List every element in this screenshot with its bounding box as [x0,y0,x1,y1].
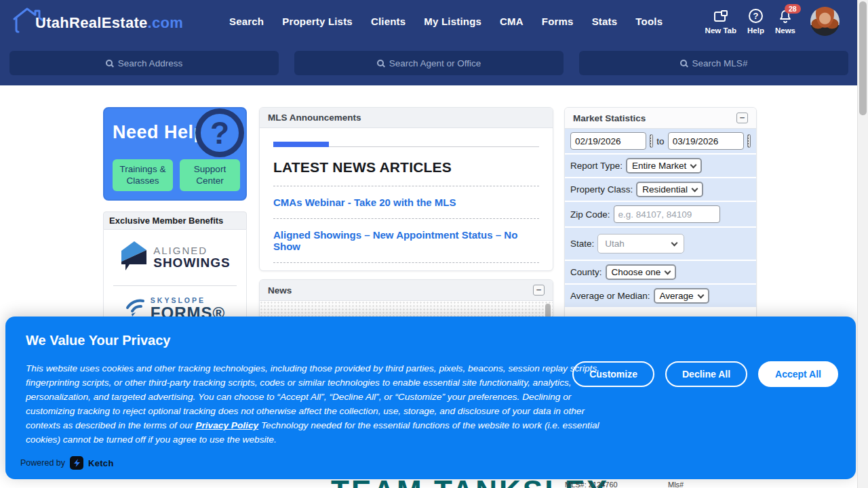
calendar-icon[interactable] [650,134,653,148]
mls-announcements-header: MLS Announcements [260,108,553,128]
nav-tools[interactable]: Tools [635,16,663,27]
divider [273,218,539,219]
cookie-consent-banner: We Value Your Privacy This website uses … [5,317,856,479]
report-type-select[interactable]: Entire Market [626,158,702,174]
nav-clients[interactable]: Clients [371,16,406,27]
nav-cma[interactable]: CMA [500,16,524,27]
divider [273,262,539,263]
market-statistics-header: Market Statistics − [565,108,756,129]
news-panel-header: News − [260,280,553,301]
chevron-down-icon [665,268,671,274]
privacy-banner-body: This website uses cookies and other trac… [26,361,601,447]
collapse-icon[interactable]: − [736,113,748,123]
nav-my-listings[interactable]: My Listings [424,16,481,27]
top-navigation-bar: UtahRealEstate.com Search Property Lists… [0,0,868,42]
help-button[interactable]: ? Help [747,8,764,35]
accept-all-button[interactable]: Accept All [758,361,838,387]
help-icon: ? [749,8,763,24]
header-actions: New Tab ? Help 28 News [705,7,840,36]
mls-announcements-panel: MLS Announcements LATEST NEWS ARTICLES C… [259,107,553,271]
nav-forms[interactable]: Forms [542,16,574,27]
county-select[interactable]: Choose one [606,264,677,280]
logo-text: UtahRealEstate.com [35,14,183,32]
mls-number-text: MLS#: 2124760 [565,481,618,488]
latest-news-heading: LATEST NEWS ARTICLES [273,159,539,176]
date-range-row: to [565,129,756,155]
benefits-header: Exclusive Member Benefits [103,211,247,230]
privacy-banner-title: We Value Your Privacy [26,333,170,348]
county-row: County: Choose one [565,261,756,285]
zip-code-row: Zip Code: [565,202,756,228]
carousel-progress [273,142,539,147]
search-icon [106,60,113,66]
powered-by-ketch[interactable]: Powered by Ketch [20,456,114,470]
property-class-select[interactable]: Residential [636,182,703,197]
nav-stats[interactable]: Stats [592,16,618,27]
question-mark-icon: ? [195,108,244,157]
trainings-classes-button[interactable]: Trainings & Classes [113,159,173,191]
privacy-policy-link[interactable]: Privacy Policy [195,420,258,430]
aligned-showings-logo[interactable]: ALIGNED SHOWINGS [104,230,246,285]
calendar-icon[interactable] [747,134,751,148]
announcement-link-aligned-showings[interactable]: Aligned Showings – New Appointment Statu… [273,229,539,252]
aligned-showings-icon [119,241,148,274]
user-avatar[interactable] [810,7,840,36]
average-median-select[interactable]: Average [654,288,709,304]
site-logo[interactable]: UtahRealEstate.com [11,4,167,38]
state-row: State: Utah [565,228,756,261]
zip-code-input[interactable] [614,205,720,223]
nav-property-lists[interactable]: Property Lists [282,16,353,27]
chevron-down-icon [692,185,698,192]
search-icon [377,60,384,66]
ketch-icon [70,456,83,470]
chevron-down-icon [697,291,704,298]
carousel-progress-bar [273,142,329,147]
date-from-input[interactable] [570,132,646,150]
quick-search-row: Search Address Search Agent or Office Se… [0,42,868,85]
date-to-input[interactable] [668,132,744,150]
page-scrollbar[interactable] [857,0,868,488]
chevron-down-icon [671,239,678,246]
search-address-input[interactable]: Search Address [9,51,279,75]
announcement-link-cmas-webinar[interactable]: CMAs Webinar - Take 20 with the MLS [273,197,539,208]
customize-button[interactable]: Customize [572,361,654,387]
news-badge: 28 [785,4,801,14]
news-button[interactable]: 28 News [775,8,795,35]
state-select[interactable]: Utah [597,234,684,253]
nav-search[interactable]: Search [229,16,264,27]
utah-real-estate-dashboard: UtahRealEstate.com Search Property Lists… [0,0,868,488]
need-help-widget: Need Help ? Trainings & Classes Support … [103,107,247,201]
new-tab-button[interactable]: New Tab [705,8,736,35]
property-class-row: Property Class: Residential [565,178,756,202]
scrollbar-thumb[interactable] [859,1,867,115]
divider [273,186,539,186]
bell-icon: 28 [778,8,792,24]
support-center-button[interactable]: Support Center [180,159,240,191]
average-median-row: Average or Median: Average [565,285,756,308]
decline-all-button[interactable]: Decline All [665,361,747,387]
chevron-down-icon [690,161,697,168]
main-nav: Search Property Lists Clients My Listing… [229,16,663,27]
collapse-icon[interactable]: − [533,285,545,296]
search-icon [680,60,687,66]
cookie-banner-buttons: Customize Decline All Accept All [572,361,838,387]
search-mls-input[interactable]: Search MLS# [579,51,848,75]
market-statistics-form: to Report Type: Entire Market Property C… [565,129,756,308]
report-type-row: Report Type: Entire Market [565,155,756,178]
search-agent-office-input[interactable]: Search Agent or Office [294,51,564,75]
new-tab-icon [713,8,728,24]
mls-column-label: Mls# [668,481,684,488]
